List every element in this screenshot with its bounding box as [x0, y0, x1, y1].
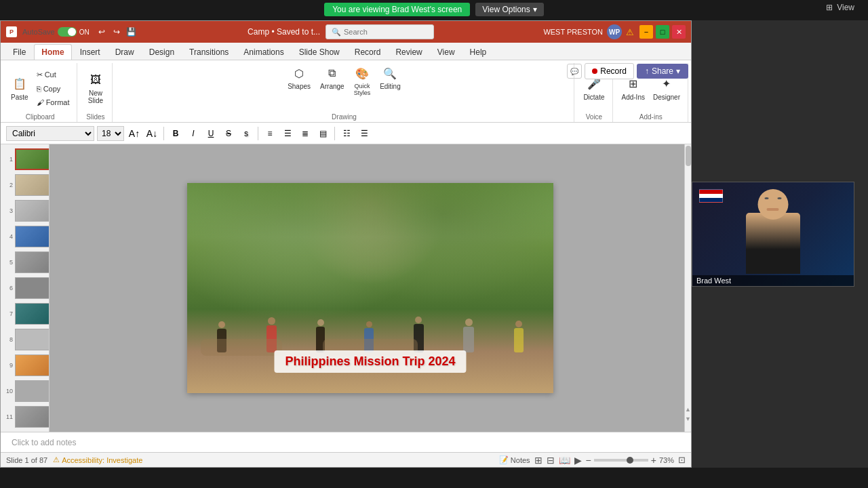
- record-button[interactable]: Record: [585, 63, 634, 79]
- strikethrough-button[interactable]: S: [221, 126, 236, 141]
- format-painter-button[interactable]: 🖌 Format: [33, 96, 73, 108]
- slide-img-9: [15, 354, 50, 376]
- autosave-control[interactable]: AutoSave ON: [22, 27, 90, 37]
- font-selector[interactable]: Calibri: [6, 126, 94, 141]
- fit-slide-btn[interactable]: ⊡: [678, 455, 686, 465]
- tab-slideshow[interactable]: Slide Show: [292, 45, 347, 60]
- slide-title-overlay: Philippines Mission Trip 2024: [274, 350, 466, 373]
- new-slide-button[interactable]: 🖼 NewSlide: [84, 70, 107, 106]
- decrease-font-button[interactable]: A↓: [144, 126, 159, 141]
- search-input[interactable]: [344, 28, 412, 36]
- zoom-in-btn[interactable]: +: [651, 455, 656, 466]
- slideshow-btn[interactable]: ▶: [574, 455, 582, 466]
- status-bar: Slide 1 of 87 ⚠ Accessibility: Investiga…: [1, 452, 691, 467]
- chevron-down-icon: ▾: [533, 5, 537, 14]
- zoom-slider[interactable]: [594, 459, 648, 462]
- tab-view[interactable]: View: [431, 45, 462, 60]
- slide-num-1: 1: [3, 156, 13, 163]
- notes-icon: 📝: [499, 455, 509, 464]
- slides-section: 🖼 NewSlide Slides: [79, 63, 113, 122]
- arrange-button[interactable]: ⧉ Arrange: [317, 63, 348, 92]
- slide-thumb-8[interactable]: 8: [2, 327, 47, 352]
- reading-view-btn[interactable]: 📖: [559, 455, 570, 466]
- tab-record[interactable]: Record: [348, 45, 388, 60]
- quick-styles-button[interactable]: 🎨 QuickStyles: [351, 63, 374, 98]
- slide-num-11: 11: [3, 413, 13, 420]
- paste-button[interactable]: 📋 Paste: [7, 74, 32, 103]
- minimize-button[interactable]: −: [639, 25, 653, 39]
- justify-button[interactable]: ▤: [315, 126, 330, 141]
- bullets-button[interactable]: ☷: [339, 126, 354, 141]
- slide-sorter-btn[interactable]: ⊟: [547, 455, 555, 466]
- maximize-button[interactable]: □: [656, 25, 669, 39]
- tab-help[interactable]: Help: [463, 45, 494, 60]
- slide-img-7: [15, 303, 50, 325]
- slide-num-8: 8: [3, 336, 13, 343]
- editing-icon: 🔍: [382, 65, 398, 81]
- slide-thumb-5[interactable]: 5: [2, 250, 47, 274]
- slide-panel[interactable]: 1 2 3 4 5 6 7: [1, 144, 50, 432]
- tab-insert[interactable]: Insert: [73, 45, 107, 60]
- notes-button[interactable]: 📝 Notes: [499, 455, 530, 464]
- editing-button[interactable]: 🔍 Editing: [376, 63, 404, 92]
- italic-button[interactable]: I: [186, 126, 201, 141]
- document-title: Camp • Saved to t...: [248, 27, 320, 37]
- close-button[interactable]: ✕: [672, 25, 686, 39]
- save-button[interactable]: 💾: [125, 25, 138, 39]
- slide-thumb-1[interactable]: 1: [2, 147, 47, 171]
- slide-thumb-9[interactable]: 9: [2, 353, 47, 378]
- underline-button[interactable]: U: [203, 126, 218, 141]
- slide-thumb-4[interactable]: 4: [2, 224, 47, 249]
- tab-design[interactable]: Design: [142, 45, 181, 60]
- comments-button[interactable]: 💬: [567, 64, 582, 79]
- top-right-controls: ⊞ View: [826, 3, 854, 12]
- shapes-button[interactable]: ⬡ Shapes: [284, 63, 314, 92]
- normal-view-btn[interactable]: ⊞: [534, 455, 542, 466]
- zoom-out-btn[interactable]: −: [586, 455, 591, 466]
- redo-button[interactable]: ↪: [110, 25, 123, 39]
- title-bar-middle: Camp • Saved to t... 🔍: [144, 24, 538, 39]
- slides-label: Slides: [86, 113, 104, 122]
- shadow-button[interactable]: s: [239, 126, 254, 141]
- scroll-down-icon[interactable]: ▼: [685, 415, 691, 422]
- copy-button[interactable]: ⎘ Copy: [33, 83, 73, 95]
- slide-thumb-11[interactable]: 11: [2, 405, 47, 429]
- mouth: [767, 208, 779, 211]
- autosave-toggle[interactable]: [58, 27, 77, 37]
- tab-draw[interactable]: Draw: [108, 45, 141, 60]
- numbering-button[interactable]: ☰: [357, 126, 372, 141]
- tab-animations[interactable]: Animations: [237, 45, 290, 60]
- tab-home[interactable]: Home: [34, 44, 71, 60]
- cut-button[interactable]: ✂ Cut: [33, 68, 73, 81]
- title-bar: P AutoSave ON ↩ ↪ 💾 Camp • Saved to t...…: [1, 21, 691, 43]
- comments-icon: 💬: [570, 68, 578, 75]
- slide-canvas: Philippines Mission Trip 2024: [187, 183, 553, 393]
- align-right-button[interactable]: ≣: [298, 126, 313, 141]
- slide-thumb-10[interactable]: 10: [2, 379, 47, 403]
- font-size-selector[interactable]: 18: [97, 126, 124, 141]
- table-left: [201, 339, 282, 356]
- slide-img-1: [15, 148, 50, 170]
- scroll-up-icon[interactable]: ▲: [685, 406, 691, 413]
- webcam-person-body: [746, 213, 800, 274]
- bold-button[interactable]: B: [168, 126, 183, 141]
- increase-font-button[interactable]: A↑: [127, 126, 142, 141]
- canvas-area[interactable]: Philippines Mission Trip 2024 ▲ ▼: [50, 144, 691, 432]
- view-options-button[interactable]: View Options ▾: [475, 3, 543, 16]
- slide-thumb-2[interactable]: 2: [2, 173, 47, 197]
- tab-file[interactable]: File: [6, 45, 33, 60]
- align-center-button[interactable]: ☰: [280, 126, 295, 141]
- accessibility-btn[interactable]: ⚠ Accessibility: Investigate: [53, 455, 142, 464]
- tab-review[interactable]: Review: [389, 45, 429, 60]
- notes-area[interactable]: Click to add notes: [1, 432, 691, 452]
- slide-thumb-6[interactable]: 6: [2, 276, 47, 300]
- tab-transitions[interactable]: Transitions: [182, 45, 235, 60]
- canvas-scrollbar[interactable]: ▲ ▼: [684, 144, 691, 432]
- undo-button[interactable]: ↩: [95, 25, 108, 39]
- share-button[interactable]: ↑ Share ▾: [637, 64, 688, 79]
- align-left-button[interactable]: ≡: [262, 126, 277, 141]
- search-box[interactable]: 🔍: [326, 24, 434, 39]
- slide-thumb-3[interactable]: 3: [2, 199, 47, 223]
- slide-thumb-7[interactable]: 7: [2, 302, 47, 326]
- user-avatar[interactable]: WP: [607, 24, 622, 39]
